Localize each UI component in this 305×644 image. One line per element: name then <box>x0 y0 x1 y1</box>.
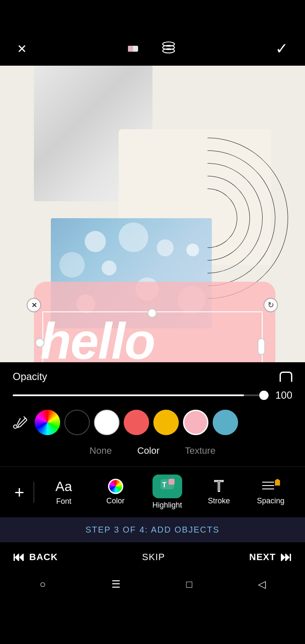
color-button[interactable]: Color <box>89 475 141 509</box>
arcs-decoration <box>110 138 288 299</box>
stroke-button[interactable]: T Stroke <box>193 475 245 509</box>
slider-fill <box>13 394 244 396</box>
tab-texture[interactable]: Texture <box>185 444 216 458</box>
slider-thumb[interactable] <box>259 391 269 400</box>
next-icon: ⏭ <box>280 550 292 564</box>
svg-marker-13 <box>275 479 280 486</box>
add-icon: + <box>14 484 24 501</box>
tab-none[interactable]: None <box>89 444 112 458</box>
menu-icon[interactable]: ☰ <box>111 578 121 590</box>
spacing-button[interactable]: Spacing <box>245 475 297 509</box>
close-icon[interactable]: ✕ <box>17 42 27 56</box>
teal-swatch[interactable] <box>213 410 238 435</box>
handle-right[interactable] <box>258 338 265 355</box>
handle-left[interactable] <box>35 338 44 347</box>
font-button[interactable]: Aa Font <box>38 475 89 509</box>
step-bar: STEP 3 OF 4: ADD OBJECTS <box>0 517 305 542</box>
toolbar-divider <box>33 482 34 503</box>
back-label: BACK <box>29 552 58 563</box>
home-icon[interactable]: ○ <box>39 578 46 590</box>
highlight-button[interactable]: T Highlight <box>141 471 193 513</box>
add-button[interactable]: + <box>8 484 30 501</box>
highlight-label: Highlight <box>152 501 182 510</box>
svg-text:T: T <box>162 481 166 489</box>
pink-swatch[interactable] <box>183 410 208 435</box>
fill-type-tabs: None Color Texture <box>0 444 305 458</box>
color-circle-icon <box>108 479 123 494</box>
canvas-area: hello ✕ ↻ ↔ ✦ | <box>0 66 305 362</box>
system-nav-bar: ○ ☰ □ ◁ <box>0 572 305 597</box>
back-icon: ⏮ <box>13 550 25 564</box>
text-bounding-box <box>42 311 263 362</box>
skip-button[interactable]: SKIP <box>142 552 165 563</box>
step-text: STEP 3 OF 4: ADD OBJECTS <box>86 525 220 534</box>
highlight-icon-bg: T <box>152 475 182 498</box>
layers-icon[interactable] <box>161 41 176 57</box>
handle-top[interactable] <box>147 308 157 318</box>
opacity-value: 100 <box>271 389 292 401</box>
font-icon: Aa <box>55 479 72 494</box>
opacity-slider-row: 100 <box>0 389 305 401</box>
svg-rect-9 <box>169 479 175 485</box>
next-button[interactable]: NEXT ⏭ <box>249 550 292 564</box>
opacity-label: Opacity <box>13 371 47 383</box>
black-swatch[interactable] <box>64 410 90 435</box>
svg-point-5 <box>14 425 17 428</box>
color-swatches <box>0 410 305 435</box>
status-bar <box>0 0 305 32</box>
corner-radius-icon[interactable] <box>280 372 292 382</box>
spacing-label: Spacing <box>257 497 284 505</box>
text-tools-toolbar: + Aa Font Color T Highlight <box>0 466 305 517</box>
rainbow-swatch[interactable] <box>35 410 60 435</box>
next-label: NEXT <box>249 552 276 563</box>
rotate-handle[interactable]: ↻ <box>263 298 278 312</box>
spacing-icon <box>261 479 280 494</box>
bottom-panel: Opacity 100 None Color Texture <box>0 362 305 597</box>
red-swatch[interactable] <box>124 410 149 435</box>
eyedropper-button[interactable] <box>8 411 30 433</box>
color-label: Color <box>106 497 125 505</box>
confirm-icon[interactable]: ✓ <box>275 40 288 58</box>
back-nav-icon[interactable]: ◁ <box>258 578 266 590</box>
opacity-row: Opacity <box>0 371 305 383</box>
svg-rect-1 <box>128 46 133 52</box>
eraser-icon[interactable] <box>126 41 140 57</box>
header-toolbar: ✕ ✓ <box>0 32 305 66</box>
delete-handle[interactable]: ✕ <box>27 298 41 312</box>
stroke-label: Stroke <box>208 497 230 505</box>
back-button[interactable]: ⏮ BACK <box>13 550 58 564</box>
white-swatch[interactable] <box>94 410 119 435</box>
yellow-swatch[interactable] <box>153 410 179 435</box>
opacity-slider[interactable] <box>13 394 264 396</box>
navigation-bar: ⏮ BACK SKIP NEXT ⏭ <box>0 542 305 572</box>
font-label: Font <box>56 497 71 506</box>
tab-color[interactable]: Color <box>137 444 160 458</box>
recent-icon[interactable]: □ <box>186 578 192 590</box>
stroke-icon: T <box>214 479 224 494</box>
